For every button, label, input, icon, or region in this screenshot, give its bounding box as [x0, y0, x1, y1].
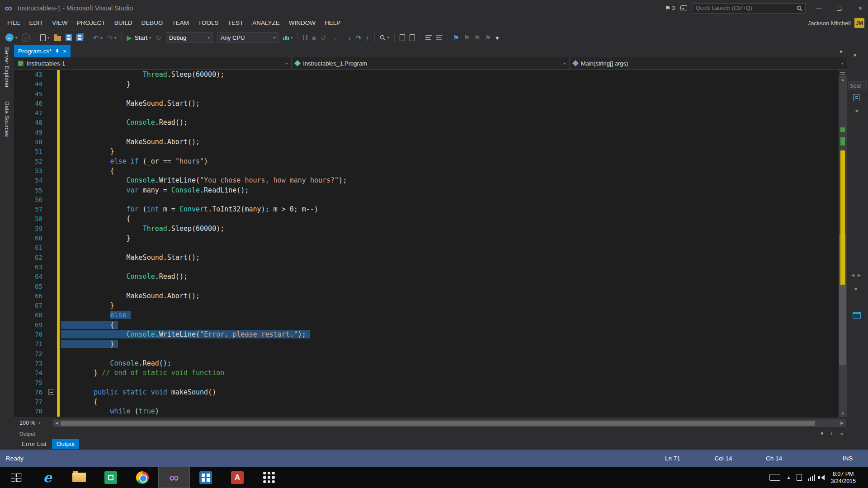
code-line-52[interactable]: 52 else if (_or == "hours") [14, 157, 839, 166]
code-line-69[interactable]: 69 { [14, 320, 839, 330]
action-center-icon[interactable] [797, 474, 802, 481]
step-over-button[interactable]: ↷ [354, 32, 363, 43]
refresh-button[interactable]: ↻ [154, 32, 163, 43]
tab-list-chevron-icon[interactable]: ▾ [840, 49, 847, 57]
code-line-50[interactable]: 50 MakeSound.Abort(); [14, 137, 839, 147]
tray-expand-icon[interactable]: ▲ [786, 475, 791, 480]
start-button[interactable] [0, 467, 32, 488]
new-file-button[interactable]: ▾ [38, 32, 51, 43]
code-line-72[interactable]: 72 [14, 349, 839, 359]
feedback-button[interactable] [680, 4, 687, 12]
solution-platform-combobox[interactable]: Any CPU▾ [217, 32, 278, 43]
code-line-64[interactable]: 64 Console.Read(); [14, 272, 839, 282]
taskbar-clock[interactable]: 8:07 PM 3/24/2015 [830, 470, 856, 485]
code-line-46[interactable]: 46 MakeSound.Start(); [14, 99, 839, 108]
user-avatar[interactable]: JM [854, 18, 864, 28]
scrollbar-track[interactable] [839, 83, 847, 411]
user-name[interactable]: Jackson Mitchell [808, 20, 851, 27]
next-bookmark-button[interactable]: ⚑ [472, 32, 482, 43]
find-in-files-button[interactable] [398, 32, 407, 43]
blue-app-button[interactable] [190, 467, 222, 488]
code-line-55[interactable]: 55 var many = Console.ReadLine(); [14, 186, 839, 195]
code-line-77[interactable]: 77 { [14, 397, 839, 407]
menu-view[interactable]: VIEW [47, 16, 72, 30]
minimize-button[interactable]: — [811, 0, 826, 16]
quick-launch-box[interactable] [693, 3, 806, 14]
code-line-61[interactable]: 61 [14, 243, 839, 253]
find-button[interactable]: ▾ [378, 32, 391, 43]
sync-with-active-document-icon[interactable] [854, 94, 859, 101]
panel-tab-error-list[interactable]: Error List [17, 439, 51, 449]
tool-tab-data-sources[interactable]: Data Sources [4, 101, 10, 137]
code-line-62[interactable]: 62 MakeSound.Start(); [14, 253, 839, 263]
break-all-button[interactable] [301, 32, 309, 43]
volume-icon[interactable] [821, 475, 825, 480]
code-line-66[interactable]: 66 MakeSound.Abort(); [14, 291, 839, 301]
notifications-button[interactable]: ⚑ 3 [665, 5, 675, 12]
step-out-button[interactable]: ↑ [364, 32, 372, 43]
code-line-65[interactable]: 65 [14, 282, 839, 291]
adobe-reader-button[interactable]: A [222, 467, 253, 488]
toolbar-overflow-button[interactable]: ▾ [494, 32, 501, 43]
step-into-button[interactable]: ↓ [346, 32, 354, 43]
code-line-58[interactable]: 58 { [14, 214, 839, 224]
code-line-48[interactable]: 48 Console.Read(); [14, 118, 839, 127]
code-line-43[interactable]: 43 Thread.Sleep(60000); [14, 70, 839, 80]
navigate-forward-button[interactable]: → [20, 32, 32, 43]
previous-bookmark-button[interactable]: ⚑ [462, 32, 472, 43]
menu-tools[interactable]: TOOLS [193, 16, 223, 30]
clear-bookmarks-button[interactable]: ⚑ [483, 32, 492, 43]
scroll-left-icon[interactable]: ◀ [53, 421, 61, 425]
comment-button[interactable] [424, 32, 434, 43]
menu-help[interactable]: HELP [320, 16, 345, 30]
menu-build[interactable]: BUILD [110, 16, 137, 30]
code-line-45[interactable]: 45 [14, 89, 839, 99]
apps-grid-button[interactable] [253, 467, 285, 488]
chrome-button[interactable] [127, 467, 158, 488]
project-dropdown[interactable]: C# Instructables-1 ▾ [14, 57, 292, 69]
solution-explorer-close-icon[interactable]: × [853, 52, 857, 59]
visual-studio-button[interactable]: ∞ [158, 467, 190, 488]
menu-edit[interactable]: EDIT [25, 16, 48, 30]
scroll-up-icon[interactable]: ▲ [839, 77, 847, 83]
restore-button[interactable] [832, 0, 847, 16]
command-window-button[interactable] [408, 32, 417, 43]
tab-program-cs[interactable]: Program.cs* × [14, 45, 71, 57]
code-line-75[interactable]: 75 [14, 378, 839, 388]
menu-window[interactable]: WINDOW [284, 16, 320, 30]
collapse-box-icon[interactable]: – [48, 389, 54, 395]
code-line-56[interactable]: 56 [14, 195, 839, 205]
show-next-statement-button[interactable]: → [329, 32, 340, 43]
save-button[interactable] [64, 32, 74, 43]
code-line-59[interactable]: 59 Thread.Sleep(60000); [14, 224, 839, 234]
menu-file[interactable]: FILE [3, 16, 25, 30]
file-explorer-button[interactable] [63, 467, 95, 488]
code-line-60[interactable]: 60 } [14, 234, 839, 243]
code-line-67[interactable]: 67 } [14, 301, 839, 310]
scroll-right-icon[interactable]: ▶ [838, 421, 846, 425]
close-button[interactable]: × [853, 0, 868, 16]
auto-hide-pin-icon[interactable]: ⊥ [830, 431, 834, 436]
menu-project[interactable]: PROJECT [72, 16, 110, 30]
code-line-70[interactable]: 70 Console.WriteLine("Error, please rest… [14, 330, 839, 339]
dock-right-icon[interactable]: ▶ [858, 273, 861, 277]
dock-left-icon[interactable]: ◀ [851, 273, 854, 277]
code-line-51[interactable]: 51 } [14, 147, 839, 156]
vertical-scrollbar[interactable]: ▲ ▼ [839, 70, 847, 417]
code-line-47[interactable]: 47 [14, 108, 839, 118]
splitter-grip[interactable] [839, 70, 847, 77]
code-line-71[interactable]: 71 } [14, 339, 839, 349]
quick-launch-input[interactable] [696, 5, 797, 11]
tab-close-icon[interactable]: × [63, 48, 66, 55]
member-dropdown[interactable]: Main(string[] args) ▾ [570, 57, 847, 69]
panel-close-icon[interactable]: × [854, 286, 858, 292]
uncomment-button[interactable] [434, 32, 444, 43]
code-line-57[interactable]: 57 for (int m = Convert.ToInt32(many); m… [14, 205, 839, 214]
code-line-49[interactable]: 49 [14, 128, 839, 137]
panel-tab-output[interactable]: Output [52, 439, 80, 449]
scroll-down-icon[interactable]: ▼ [839, 411, 847, 417]
stop-button[interactable]: ■ [310, 32, 318, 43]
menu-test[interactable]: TEST [223, 16, 248, 30]
solution-configuration-combobox[interactable]: Debug▾ [166, 32, 213, 43]
menu-analyze[interactable]: ANALYZE [248, 16, 284, 30]
